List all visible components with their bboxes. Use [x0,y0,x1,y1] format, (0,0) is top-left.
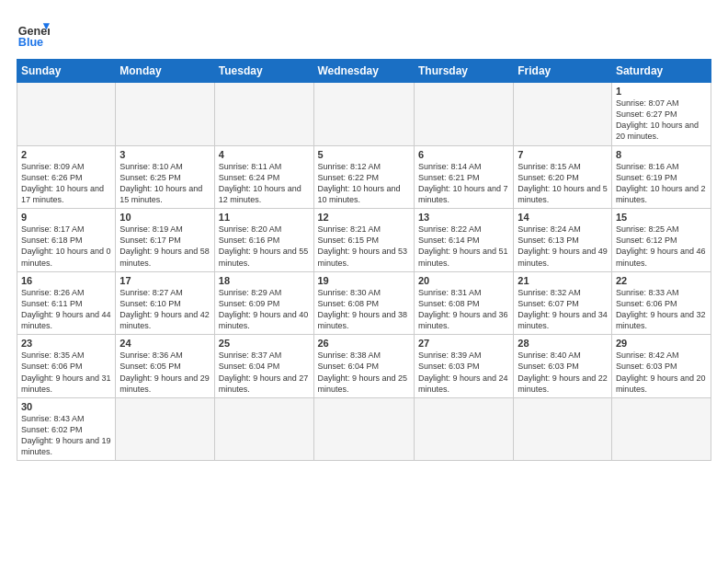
day-cell [611,397,711,461]
day-number: 30 [21,401,111,412]
day-cell [214,83,313,146]
day-cell: 11Sunrise: 8:20 AM Sunset: 6:16 PM Dayli… [214,209,313,272]
day-number: 3 [119,149,210,160]
day-number: 8 [616,149,707,160]
day-number: 23 [21,338,111,349]
day-info: Sunrise: 8:10 AM Sunset: 6:25 PM Dayligh… [119,161,210,206]
weekday-header-friday: Friday [514,60,612,83]
day-cell: 16Sunrise: 8:26 AM Sunset: 6:11 PM Dayli… [17,271,116,335]
day-number: 20 [418,275,509,286]
day-cell: 30Sunrise: 8:43 AM Sunset: 6:02 PM Dayli… [17,397,116,461]
day-info: Sunrise: 8:37 AM Sunset: 6:04 PM Dayligh… [219,350,310,395]
day-number: 28 [518,338,608,349]
day-number: 1 [616,86,707,97]
day-info: Sunrise: 8:11 AM Sunset: 6:24 PM Dayligh… [219,161,310,206]
day-info: Sunrise: 8:26 AM Sunset: 6:11 PM Dayligh… [21,287,111,332]
day-number: 4 [219,149,310,160]
day-info: Sunrise: 8:29 AM Sunset: 6:09 PM Dayligh… [219,287,310,332]
day-info: Sunrise: 8:32 AM Sunset: 6:07 PM Dayligh… [518,287,608,332]
day-cell: 22Sunrise: 8:33 AM Sunset: 6:06 PM Dayli… [611,271,711,335]
day-cell [414,397,513,461]
day-cell [414,83,513,146]
day-cell: 27Sunrise: 8:39 AM Sunset: 6:03 PM Dayli… [414,335,513,398]
day-cell [17,83,116,146]
day-info: Sunrise: 8:31 AM Sunset: 6:08 PM Dayligh… [418,287,509,332]
day-cell [313,397,414,461]
week-row-3: 16Sunrise: 8:26 AM Sunset: 6:11 PM Dayli… [17,271,711,335]
day-number: 12 [318,212,410,223]
day-info: Sunrise: 8:17 AM Sunset: 6:18 PM Dayligh… [21,224,111,269]
day-info: Sunrise: 8:43 AM Sunset: 6:02 PM Dayligh… [21,413,111,458]
day-number: 25 [219,338,310,349]
weekday-header-sunday: Sunday [17,60,116,83]
day-number: 10 [119,212,210,223]
day-cell: 6Sunrise: 8:14 AM Sunset: 6:21 PM Daylig… [414,145,513,209]
day-cell: 1Sunrise: 8:07 AM Sunset: 6:27 PM Daylig… [611,83,711,146]
weekday-header-wednesday: Wednesday [313,60,414,83]
day-info: Sunrise: 8:19 AM Sunset: 6:17 PM Dayligh… [119,224,210,269]
day-info: Sunrise: 8:35 AM Sunset: 6:06 PM Dayligh… [21,350,111,395]
day-cell: 2Sunrise: 8:09 AM Sunset: 6:26 PM Daylig… [17,145,116,209]
day-number: 17 [119,275,210,286]
svg-text:Blue: Blue [18,36,43,49]
header: General Blue [17,17,711,50]
day-cell [514,83,612,146]
weekday-header-row: SundayMondayTuesdayWednesdayThursdayFrid… [17,60,711,83]
day-number: 22 [616,275,707,286]
week-row-2: 9Sunrise: 8:17 AM Sunset: 6:18 PM Daylig… [17,209,711,272]
weekday-header-thursday: Thursday [414,60,513,83]
day-info: Sunrise: 8:22 AM Sunset: 6:14 PM Dayligh… [418,224,509,269]
day-number: 16 [21,275,111,286]
day-number: 21 [518,275,608,286]
day-cell: 24Sunrise: 8:36 AM Sunset: 6:05 PM Dayli… [116,335,214,398]
day-cell: 25Sunrise: 8:37 AM Sunset: 6:04 PM Dayli… [214,335,313,398]
day-info: Sunrise: 8:09 AM Sunset: 6:26 PM Dayligh… [21,161,111,206]
day-cell: 3Sunrise: 8:10 AM Sunset: 6:25 PM Daylig… [116,145,214,209]
day-number: 14 [518,212,608,223]
page: General Blue SundayMondayTuesdayWednesda… [0,0,728,563]
day-cell [514,397,612,461]
week-row-0: 1Sunrise: 8:07 AM Sunset: 6:27 PM Daylig… [17,83,711,146]
day-cell: 10Sunrise: 8:19 AM Sunset: 6:17 PM Dayli… [116,209,214,272]
day-info: Sunrise: 8:27 AM Sunset: 6:10 PM Dayligh… [119,287,210,332]
day-info: Sunrise: 8:14 AM Sunset: 6:21 PM Dayligh… [418,161,509,206]
day-cell [313,83,414,146]
day-cell: 15Sunrise: 8:25 AM Sunset: 6:12 PM Dayli… [611,209,711,272]
day-cell: 12Sunrise: 8:21 AM Sunset: 6:15 PM Dayli… [313,209,414,272]
day-number: 19 [318,275,410,286]
day-info: Sunrise: 8:25 AM Sunset: 6:12 PM Dayligh… [616,224,707,269]
day-info: Sunrise: 8:42 AM Sunset: 6:03 PM Dayligh… [616,350,707,395]
day-cell: 8Sunrise: 8:16 AM Sunset: 6:19 PM Daylig… [611,145,711,209]
day-cell [214,397,313,461]
week-row-5: 30Sunrise: 8:43 AM Sunset: 6:02 PM Dayli… [17,397,711,461]
day-number: 7 [518,149,608,160]
day-cell: 19Sunrise: 8:30 AM Sunset: 6:08 PM Dayli… [313,271,414,335]
day-cell: 26Sunrise: 8:38 AM Sunset: 6:04 PM Dayli… [313,335,414,398]
day-info: Sunrise: 8:40 AM Sunset: 6:03 PM Dayligh… [518,350,608,395]
day-info: Sunrise: 8:30 AM Sunset: 6:08 PM Dayligh… [318,287,410,332]
day-info: Sunrise: 8:15 AM Sunset: 6:20 PM Dayligh… [518,161,608,206]
day-number: 27 [418,338,509,349]
logo: General Blue [17,17,53,50]
day-cell [116,397,214,461]
day-cell [116,83,214,146]
day-info: Sunrise: 8:16 AM Sunset: 6:19 PM Dayligh… [616,161,707,206]
day-cell: 28Sunrise: 8:40 AM Sunset: 6:03 PM Dayli… [514,335,612,398]
weekday-header-tuesday: Tuesday [214,60,313,83]
day-number: 13 [418,212,509,223]
day-cell: 20Sunrise: 8:31 AM Sunset: 6:08 PM Dayli… [414,271,513,335]
day-number: 5 [318,149,410,160]
day-cell: 5Sunrise: 8:12 AM Sunset: 6:22 PM Daylig… [313,145,414,209]
day-info: Sunrise: 8:20 AM Sunset: 6:16 PM Dayligh… [219,224,310,269]
weekday-header-saturday: Saturday [611,60,711,83]
day-number: 18 [219,275,310,286]
day-info: Sunrise: 8:38 AM Sunset: 6:04 PM Dayligh… [318,350,410,395]
day-cell: 4Sunrise: 8:11 AM Sunset: 6:24 PM Daylig… [214,145,313,209]
day-cell: 23Sunrise: 8:35 AM Sunset: 6:06 PM Dayli… [17,335,116,398]
day-cell: 17Sunrise: 8:27 AM Sunset: 6:10 PM Dayli… [116,271,214,335]
day-info: Sunrise: 8:12 AM Sunset: 6:22 PM Dayligh… [318,161,410,206]
day-info: Sunrise: 8:24 AM Sunset: 6:13 PM Dayligh… [518,224,608,269]
day-cell: 29Sunrise: 8:42 AM Sunset: 6:03 PM Dayli… [611,335,711,398]
day-cell: 14Sunrise: 8:24 AM Sunset: 6:13 PM Dayli… [514,209,612,272]
day-info: Sunrise: 8:33 AM Sunset: 6:06 PM Dayligh… [616,287,707,332]
